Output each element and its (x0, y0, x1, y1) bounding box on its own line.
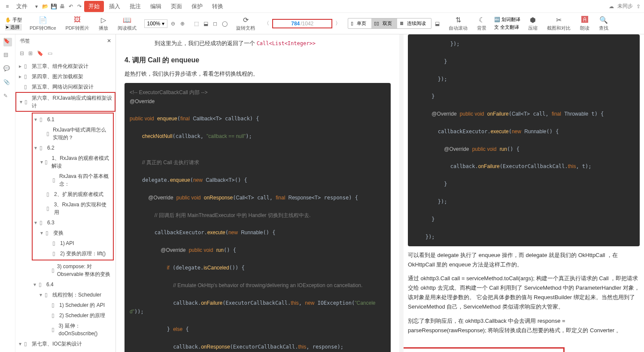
share-icon[interactable]: ⇪ (636, 3, 641, 9)
read-mode[interactable]: 📖阅读模式 (116, 15, 138, 32)
bm-61a[interactable]: ▯RxJava中链式调用怎么实现的？ (33, 125, 113, 143)
layout-toggle: ▯单页 ▯▯双页 ≣连续阅读 (348, 18, 431, 29)
bm-ch7[interactable]: ▾▯第七章、IOC架构设计 (15, 339, 115, 349)
comment-rail-icon[interactable]: 💬 (3, 65, 12, 74)
next-page-icon[interactable]: 〉 (334, 20, 342, 28)
pdf-to-image[interactable]: 🖼PDF转图片 (64, 15, 91, 32)
zoom-out-icon[interactable]: ⊖ (169, 20, 177, 28)
outline-icon[interactable]: ▭ (48, 50, 52, 56)
compress[interactable]: ⬢压缩 (526, 15, 539, 32)
zoom-level[interactable]: 100% ▾ (144, 19, 168, 28)
menu-insert[interactable]: 插入 (105, 1, 125, 12)
word-translate[interactable]: 🔤划词翻译 (494, 16, 520, 23)
bm-64c[interactable]: ▯2) Scheduler 的原理 (15, 310, 115, 321)
code-block-left: <!-- ExecutorCallbackCall 内部 --> @Overri… (125, 83, 391, 352)
bm-62a[interactable]: ▾▯1、RxJava 的观察者模式解读 (33, 153, 113, 171)
intro-line: 到这里为止，我们已经成功的返回了一个 (155, 40, 257, 46)
page-left: 到这里为止，我们已经成功的返回了一个 Call<List<Integer>> 4… (116, 34, 399, 352)
fit-page-icon[interactable]: ⬚ (192, 20, 200, 28)
bm-62b[interactable]: ▯RxJava 有四个基本概念： (33, 171, 113, 189)
menu-annotate[interactable]: 批注 (125, 1, 145, 12)
bookmark-rail-icon[interactable]: 🔖 (3, 38, 12, 46)
right-para1: 可以看到是 delegate 执行了 enqueue 操作，而 delegate… (408, 251, 640, 269)
bm-ch5[interactable]: ▯第五章、网络访问框架设计 (15, 82, 115, 92)
undo-icon[interactable]: ↶ (67, 3, 75, 10)
expand-all-icon[interactable]: ⊞ (28, 50, 33, 56)
close-bookmarks-icon[interactable]: ✕ (107, 38, 111, 44)
menu-convert[interactable]: 转换 (208, 1, 228, 12)
bm-62[interactable]: ▾▯6.2 (33, 143, 113, 153)
bookmark-tree: ▸▯第三章、组件化框架设计 ▸▯第四章、图片加载框架 ▯第五章、网络访问框架设计… (15, 59, 115, 352)
auto-scroll[interactable]: ⇅自动滚动 (447, 15, 469, 32)
bm-64d[interactable]: ▯3) 延伸：doOnSubscribe() (15, 321, 115, 339)
page-right: }); } }); } @Override public void onFail… (404, 34, 644, 352)
side-rail: 🔖 ▤ 💬 📎 ✎ (0, 34, 15, 352)
hand-tool[interactable]: ✋ 手型 (5, 17, 22, 23)
collapse-all-icon[interactable]: ⊟ (20, 50, 24, 56)
right-para3: 别忘了拿到响应后，在 okhttp3.Callback 中会去调用 respon… (408, 316, 640, 335)
menu-protect[interactable]: 保护 (187, 1, 207, 12)
bm-64b[interactable]: ▯1) Scheduler 的 API (15, 300, 115, 310)
single-page[interactable]: ▯单页 (348, 18, 371, 28)
select-tool[interactable]: ➤ 选择 (5, 24, 22, 31)
continuous-read[interactable]: ≣连续阅读 (397, 18, 431, 28)
bm-62c[interactable]: ▯2、扩展的观察者模式 (33, 189, 113, 199)
menu-bar: ≡ 文件 ▾ 📂 💾 🖶 ↶ ↷ 开始 插入 批注 编辑 页面 保护 转换 ☁ … (0, 0, 644, 13)
page-current: 784 (291, 21, 300, 27)
bm-63b[interactable]: ▯1) API (33, 238, 113, 248)
code-block-right: }); } }); } @Override public void onFail… (408, 34, 640, 246)
add-bookmark-icon[interactable]: 🔖 (37, 50, 43, 56)
full-translate[interactable]: 文全文翻译 (494, 24, 520, 31)
bookmarks-panel: 书签 ✕ ⊟ ⊞ 🔖 ▭ ▸▯第三章、组件化框架设计 ▸▯第四章、图片加载框架 … (15, 34, 116, 352)
find[interactable]: 🔍查找 (597, 15, 610, 32)
sign-rail-icon[interactable]: ✎ (3, 93, 12, 101)
bm-71[interactable]: ▾▯7.1 (15, 349, 115, 352)
screenshot[interactable]: ✂截图和对比 (545, 15, 572, 32)
menu-page[interactable]: 页面 (167, 1, 186, 12)
redo-icon[interactable]: ↷ (76, 3, 83, 10)
actualsize-icon[interactable]: ◻ (211, 20, 219, 28)
zoom-in-icon[interactable]: ⊕ (179, 20, 186, 28)
bm-63a[interactable]: ▾▯变换 (33, 228, 113, 238)
print-icon[interactable]: 🖶 (58, 3, 66, 10)
menu-edit[interactable]: 编辑 (146, 1, 166, 12)
rotate[interactable]: ⟳旋转文档 (234, 15, 257, 32)
background[interactable]: ☾背景 (475, 15, 488, 32)
bm-ch6[interactable]: ▾▯第六章、RXJava响应式编程框架设计 (15, 92, 115, 112)
prev-page-icon[interactable]: 〈 (263, 20, 270, 28)
open-icon[interactable]: 📂 (41, 3, 49, 10)
menu-start[interactable]: 开始 (84, 1, 104, 12)
bm-63c[interactable]: ▯2) 变换的原理：lift() (33, 248, 113, 259)
bm-ch4[interactable]: ▸▯第四章、图片加载框架 (15, 71, 115, 82)
bm-63[interactable]: ▾▯6.3 (33, 217, 113, 228)
pdf-to-office[interactable]: 📄PDF转Office (28, 15, 58, 32)
save-icon[interactable]: 💾 (50, 3, 58, 10)
bm-61[interactable]: ▾▯6.1 (33, 114, 113, 125)
bm-64a[interactable]: ▾▯线程控制：Scheduler (15, 290, 115, 300)
cloud-icon[interactable]: ☁ (609, 3, 614, 9)
page-indicator[interactable]: 784 /1042 (272, 19, 332, 28)
bookmarks-title: 书签 (20, 37, 30, 45)
double-page[interactable]: ▯▯双页 (371, 18, 397, 28)
bm-63d[interactable]: ▯3) compose: 对 Observable 整体的变换 (15, 261, 115, 279)
fit-width-icon[interactable]: ⬓ (202, 20, 210, 28)
intro-code: Call<List<Integer>> (257, 40, 316, 46)
menu-file[interactable]: 文件 (12, 1, 32, 12)
read-aloud[interactable]: 🅰朗读 (578, 15, 591, 32)
bm-64[interactable]: ▾▯6.4 (15, 279, 115, 290)
thumbnail-rail-icon[interactable]: ▤ (3, 52, 12, 60)
doc-para1: 趁热打铁，我们执行异步请求，看看怎样切换线程的。 (125, 69, 391, 79)
attachment-rail-icon[interactable]: 📎 (3, 79, 12, 88)
marquee-icon[interactable]: ◯ (221, 20, 228, 28)
bm-ch3[interactable]: ▸▯第三章、组件化框架设计 (15, 61, 115, 71)
hamburger-icon[interactable]: ≡ (3, 3, 11, 10)
play-button[interactable]: ▷播放 (97, 15, 110, 32)
right-para2: 通过 okhttp3.Call call = serviceMethod.toC… (408, 274, 640, 312)
document-content: 到这里为止，我们已经成功的返回了一个 Call<List<Integer>> 4… (116, 34, 644, 352)
layout-more-icon[interactable]: ⬓ (433, 20, 441, 28)
page-total: /1042 (301, 21, 313, 27)
dropdown-icon[interactable]: ▾ (33, 3, 40, 10)
toolbar: ✋ 手型 ➤ 选择 📄PDF转Office 🖼PDF转图片 ▷播放 📖阅读模式 … (0, 13, 644, 34)
bm-62d[interactable]: ▯3、RxJava 的实现和使用 (33, 199, 113, 217)
doc-heading: 4. 调用 Call 的 enqueue (125, 56, 391, 65)
